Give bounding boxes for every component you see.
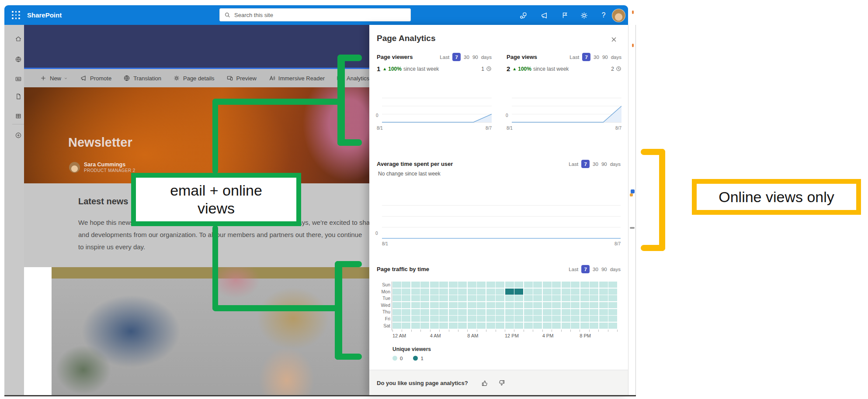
range-30[interactable]: 30 — [593, 267, 598, 272]
heatmap-cell — [486, 282, 495, 288]
toolbar-page-details-button[interactable]: Page details — [173, 75, 215, 82]
heatmap-time-label: 12 AM — [392, 333, 406, 338]
toolbar-translation-button[interactable]: Translation — [123, 75, 161, 82]
thumbs-up-icon[interactable] — [480, 378, 490, 388]
sidebar-item-library-icon[interactable] — [14, 111, 23, 121]
heatmap-cell — [599, 302, 608, 308]
heatmap-cell — [543, 316, 552, 322]
heatmap-cell — [571, 309, 580, 315]
heatmap-time-label: 4 AM — [430, 333, 441, 338]
sidebar-item-home-icon[interactable] — [14, 34, 23, 44]
green-bracket-top-arm-upper — [337, 55, 362, 61]
hero-top-band — [24, 25, 369, 68]
range-7-selected[interactable]: 7 — [582, 53, 590, 61]
heatmap-cell — [580, 289, 589, 295]
settings-gear-icon[interactable] — [579, 10, 589, 20]
toolbar-immersive-reader-button[interactable]: Immersive Reader — [268, 75, 325, 82]
green-connector-bottom-horizontal — [212, 305, 340, 311]
x-axis-end-label: 8/7 — [615, 241, 621, 246]
range-7-selected[interactable]: 7 — [581, 160, 590, 168]
megaphone-icon[interactable] — [539, 10, 549, 20]
range-30[interactable]: 30 — [464, 55, 469, 60]
left-app-rail — [4, 25, 24, 396]
heatmap-cell — [486, 316, 495, 322]
y-zero-label: 0 — [376, 113, 378, 118]
sidebar-item-page-icon[interactable] — [14, 92, 23, 101]
range-30[interactable]: 30 — [593, 162, 598, 167]
stat-delta-note: since last week — [403, 66, 439, 72]
heatmap-cell — [420, 309, 429, 315]
panel-title: Page Analytics — [377, 34, 435, 43]
heatmap-hour-tick — [608, 330, 608, 332]
range-90[interactable]: 90 — [472, 55, 478, 60]
heatmap-hour-tick — [533, 330, 533, 332]
heatmap-cell — [580, 323, 589, 329]
sidebar-item-globe-icon[interactable] — [14, 55, 23, 64]
heatmap-cell — [543, 295, 552, 301]
close-icon[interactable] — [608, 34, 619, 45]
heatmap-cell — [590, 289, 598, 295]
heatmap-cell — [392, 302, 401, 308]
sidebar-item-news-icon[interactable] — [14, 74, 23, 84]
heatmap-cell — [524, 316, 533, 322]
heatmap-day-label: Thu — [375, 309, 390, 315]
thumbs-down-icon[interactable] — [497, 378, 507, 388]
heatmap-cell — [580, 282, 589, 288]
device-preview-icon — [226, 75, 233, 82]
stat-delta: 100% — [388, 66, 402, 72]
help-icon[interactable]: ? — [599, 10, 608, 20]
legend-item: 1 — [413, 356, 423, 361]
heatmap-cell — [411, 289, 420, 295]
toolbar-new-button[interactable]: New — [40, 75, 68, 82]
site-search-input[interactable]: Search this site — [219, 8, 411, 21]
range-90[interactable]: 90 — [602, 55, 608, 60]
heatmap-cell — [562, 323, 570, 329]
heatmap-cell — [580, 302, 589, 308]
heatmap-cell — [552, 295, 561, 301]
heatmap-cell — [543, 309, 552, 315]
heatmap-cell — [392, 295, 401, 301]
stat-delta: 100% — [518, 66, 531, 72]
range-suffix: days — [481, 55, 492, 60]
scrollbar-thumb[interactable] — [630, 227, 635, 229]
sidebar-item-plus-circle-icon[interactable] — [14, 131, 23, 140]
heatmap-cell — [608, 282, 617, 288]
paragraph-line: and developments from our organization. … — [78, 229, 393, 241]
heatmap-hour-tick — [467, 330, 468, 332]
stat-total-value: 2 — [611, 66, 614, 72]
stat-total: 1 — [481, 66, 492, 72]
range-7-selected[interactable]: 7 — [452, 53, 461, 61]
heatmap-time-label: 12 PM — [505, 333, 519, 338]
range-90[interactable]: 90 — [601, 162, 607, 167]
user-avatar[interactable] — [612, 9, 625, 22]
range-90[interactable]: 90 — [601, 267, 607, 272]
heatmap-cell — [468, 282, 476, 288]
app-title[interactable]: SharePoint — [27, 5, 62, 25]
range-30[interactable]: 30 — [594, 55, 599, 60]
share-icon[interactable] — [518, 10, 528, 20]
heatmap-hour-tick — [505, 330, 505, 332]
heatmap-cell — [392, 309, 401, 315]
heatmap-cell — [439, 295, 448, 301]
heatmap-cell — [580, 309, 589, 315]
heatmap-cell — [402, 316, 410, 322]
range-7-selected[interactable]: 7 — [581, 265, 590, 273]
heatmap-time-label: 8 AM — [467, 333, 478, 338]
heatmap-cell — [496, 282, 504, 288]
feedback-widget-icon[interactable] — [630, 189, 635, 196]
flag-icon[interactable] — [560, 10, 570, 20]
heatmap-cell — [402, 295, 410, 301]
heatmap-hour-tick — [524, 330, 524, 332]
scroll-strip[interactable] — [628, 25, 636, 396]
author-role: PRODUCT MANAGER 2 — [84, 168, 135, 173]
heatmap-cell — [524, 282, 533, 288]
heatmap-cell — [430, 316, 439, 322]
app-launcher-waffle-icon[interactable] — [12, 11, 21, 20]
yellow-bracket-vertical — [659, 149, 665, 251]
toolbar-promote-button[interactable]: Promote — [80, 75, 111, 82]
toolbar-preview-button[interactable]: Preview — [226, 75, 257, 82]
heatmap-cell — [533, 316, 542, 322]
heatmap-cell — [477, 323, 486, 329]
heatmap-cell — [420, 302, 429, 308]
heatmap-cell — [562, 302, 570, 308]
